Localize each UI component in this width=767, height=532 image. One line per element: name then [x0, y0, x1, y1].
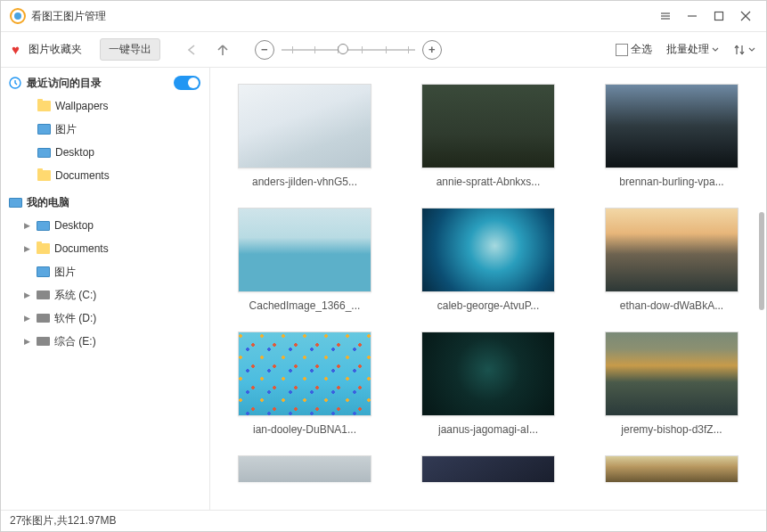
expand-icon[interactable]: ▶ [22, 221, 31, 230]
close-button[interactable] [732, 4, 759, 29]
select-all-checkbox[interactable]: 全选 [616, 42, 652, 57]
thumbnail-label: caleb-george-AtvuP... [437, 299, 540, 312]
sort-dropdown[interactable] [733, 44, 755, 56]
tree-item-label: Documents [54, 242, 109, 255]
heart-icon[interactable]: ♥ [12, 42, 20, 57]
thumbnail-image[interactable] [421, 84, 555, 168]
disk-icon [36, 312, 50, 324]
recent-item[interactable]: Wallpapers [1, 94, 209, 118]
thumbnail-image[interactable] [605, 84, 738, 168]
thumbnail-label: jeremy-bishop-d3fZ... [621, 423, 722, 436]
sort-icon [733, 44, 746, 56]
thumbnail-image[interactable] [605, 455, 738, 482]
computer-item[interactable]: ▶Desktop [1, 214, 209, 237]
recent-header-label: 最近访问的目录 [27, 76, 102, 91]
menu-button[interactable] [652, 4, 679, 29]
computer-item[interactable]: ▶综合 (E:) [1, 330, 209, 353]
tree-item-label: Desktop [55, 146, 94, 159]
zoom-in-button[interactable]: + [422, 40, 442, 60]
recent-header[interactable]: 最近访问的目录 [1, 71, 209, 94]
scrollbar[interactable] [759, 70, 764, 508]
thumbnail-item[interactable] [592, 455, 752, 482]
thumbnail-image[interactable] [238, 331, 371, 416]
zoom-slider[interactable] [282, 49, 415, 51]
pic-icon [36, 266, 50, 278]
thumbnail-image[interactable] [238, 208, 371, 292]
batch-process-dropdown[interactable]: 批量处理 [666, 42, 719, 57]
tree-item-label: 软件 (D:) [54, 311, 96, 326]
titlebar: 看图王图片管理 [1, 1, 766, 32]
thumbnail-item[interactable] [224, 455, 385, 482]
recent-item[interactable]: 图片 [1, 118, 209, 141]
tree-item-label: Desktop [54, 219, 94, 232]
computer-item[interactable]: ▶系统 (C:) [1, 283, 209, 307]
thumbnail-item[interactable]: jeremy-bishop-d3fZ... [592, 331, 752, 436]
thumbnail-label: anders-jilden-vhnG5... [252, 176, 357, 188]
zoom-out-button[interactable]: − [255, 40, 274, 60]
monitor-icon [8, 196, 22, 209]
maximize-button[interactable] [706, 4, 732, 29]
thumbnail-item[interactable]: jaanus-jagomagi-aI... [408, 331, 568, 436]
scrollbar-handle[interactable] [759, 212, 764, 310]
computer-item[interactable]: ▶软件 (D:) [1, 307, 209, 330]
computer-item[interactable]: ▶Documents [1, 237, 209, 260]
zoom-slider-thumb[interactable] [338, 44, 348, 54]
recent-item[interactable]: Desktop [1, 141, 209, 164]
folder-icon [36, 242, 50, 255]
window-title: 看图王图片管理 [31, 9, 652, 24]
thumbnail-image[interactable] [605, 331, 738, 416]
favorites-label[interactable]: 图片收藏夹 [29, 42, 82, 57]
chevron-down-icon [712, 46, 719, 53]
expand-icon[interactable]: ▶ [22, 244, 31, 253]
thumbnail-label: ethan-dow-dWaBkA... [620, 299, 723, 312]
up-button[interactable] [216, 43, 230, 57]
back-button[interactable] [185, 44, 200, 56]
sidebar: 最近访问的目录 Wallpapers图片DesktopDocuments 我的电… [1, 68, 210, 510]
svg-point-1 [14, 12, 21, 20]
tree-item-label: Wallpapers [55, 100, 109, 112]
folder-icon [37, 100, 51, 112]
monitor-icon [37, 146, 51, 159]
disk-icon [36, 335, 50, 348]
expand-icon[interactable]: ▶ [22, 337, 31, 346]
thumbnail-image[interactable] [421, 331, 555, 416]
thumbnail-image[interactable] [421, 208, 555, 292]
tree-item-label: 系统 (C:) [54, 288, 96, 303]
thumbnail-item[interactable]: ethan-dow-dWaBkA... [592, 208, 752, 312]
thumbnail-item[interactable] [408, 455, 568, 482]
thumbnail-item[interactable]: anders-jilden-vhnG5... [224, 84, 385, 188]
status-text: 27张图片,共121.97MB [10, 513, 116, 528]
recent-item[interactable]: Documents [1, 164, 209, 187]
thumbnail-image[interactable] [421, 455, 555, 482]
computer-header[interactable]: 我的电脑 [1, 191, 209, 214]
minimize-button[interactable] [679, 4, 706, 29]
thumbnail-image[interactable] [238, 455, 371, 482]
thumbnail-label: annie-spratt-Abnkxs... [437, 176, 541, 188]
tree-item-label: 综合 (E:) [54, 334, 96, 349]
computer-header-label: 我的电脑 [27, 195, 69, 210]
thumbnail-item[interactable]: caleb-george-AtvuP... [408, 208, 568, 312]
thumbnail-label: CachedImage_1366_... [249, 299, 361, 312]
main: 最近访问的目录 Wallpapers图片DesktopDocuments 我的电… [1, 68, 766, 510]
monitor-icon [36, 219, 50, 232]
thumbnail-item[interactable]: brennan-burling-vpa... [592, 84, 752, 188]
thumbnail-item[interactable]: CachedImage_1366_... [224, 208, 385, 312]
thumbnail-image[interactable] [605, 208, 738, 292]
pic-icon [37, 123, 51, 135]
thumbnail-item[interactable]: annie-spratt-Abnkxs... [408, 84, 568, 188]
app-icon [10, 8, 26, 24]
expand-icon[interactable]: ▶ [22, 314, 31, 323]
thumbnail-grid: anders-jilden-vhnG5...annie-spratt-Abnkx… [210, 68, 766, 510]
computer-item[interactable]: 图片 [1, 260, 209, 283]
thumbnail-label: brennan-burling-vpa... [619, 176, 723, 188]
chevron-down-icon [748, 46, 755, 53]
select-all-label: 全选 [631, 42, 652, 57]
clock-icon [8, 77, 22, 89]
thumbnail-item[interactable]: ian-dooley-DuBNA1... [224, 331, 385, 436]
tree-item-label: 图片 [55, 122, 77, 137]
export-button[interactable]: 一键导出 [100, 38, 160, 61]
thumbnail-image[interactable] [238, 84, 371, 168]
recent-toggle[interactable] [174, 76, 200, 90]
expand-icon[interactable]: ▶ [22, 291, 31, 299]
statusbar: 27张图片,共121.97MB [1, 510, 766, 531]
